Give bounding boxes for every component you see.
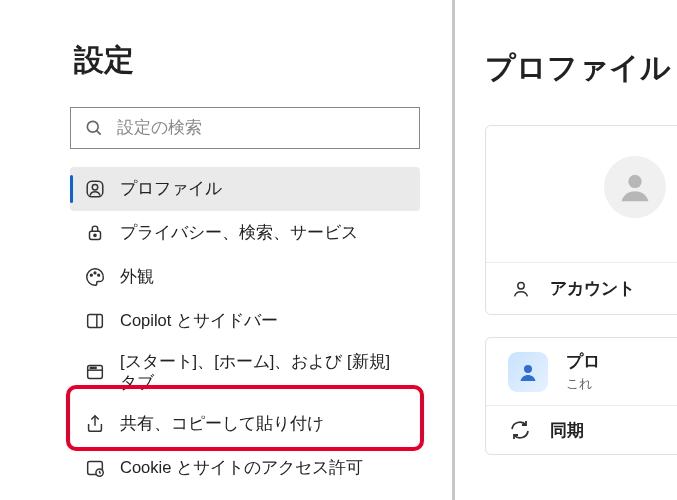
settings-nav: プロファイル プライバシー、検索、サービス 外観 — [70, 167, 420, 490]
sidebar-item-copilot-sidebar[interactable]: Copilot とサイドバー — [70, 299, 420, 343]
svg-point-6 — [90, 274, 92, 276]
sidebar-item-privacy[interactable]: プライバシー、検索、サービス — [70, 211, 420, 255]
profile-sub-card: プロ これ 同期 — [485, 337, 677, 455]
sidebar-item-label: 外観 — [120, 266, 154, 287]
svg-point-7 — [94, 272, 96, 274]
profile-card: アカウント — [485, 125, 677, 315]
sidebar-item-share-copy-paste[interactable]: 共有、コピーして貼り付け — [70, 402, 420, 446]
account-row[interactable]: アカウント — [486, 262, 677, 314]
card-row-title: 同期 — [550, 419, 584, 442]
cookie-icon — [84, 457, 106, 479]
svg-line-1 — [97, 131, 101, 135]
svg-point-18 — [628, 175, 641, 188]
search-input[interactable] — [117, 118, 407, 138]
sidebar-item-label: プロファイル — [120, 178, 222, 199]
sidebar-item-appearance[interactable]: 外観 — [70, 255, 420, 299]
svg-point-3 — [92, 184, 98, 190]
svg-point-14 — [92, 368, 93, 369]
sidebar-item-label: プライバシー、検索、サービス — [120, 222, 358, 243]
sidebar-item-label: 共有、コピーして貼り付け — [120, 413, 324, 434]
svg-point-19 — [518, 282, 524, 288]
card-row-sub: これ — [566, 375, 600, 393]
card-row-sync[interactable]: 同期 — [486, 406, 677, 454]
avatar — [604, 156, 666, 218]
settings-left-panel: 設定 プロファイル — [0, 0, 452, 500]
sync-icon — [508, 418, 532, 442]
settings-right-panel: プロファイル アカウント — [455, 0, 677, 500]
sidebar-item-start-home-newtab[interactable]: [スタート]、[ホーム]、および [新規] タブ — [70, 343, 420, 402]
sidebar-item-label: [スタート]、[ホーム]、および [新規] タブ — [120, 351, 406, 394]
card-row-title: プロ — [566, 350, 600, 373]
svg-point-0 — [87, 121, 98, 132]
sidebar-item-label: Copilot とサイドバー — [120, 310, 278, 331]
account-label: アカウント — [550, 277, 635, 300]
svg-point-20 — [524, 365, 532, 373]
sidebar-item-cookies-permissions[interactable]: Cookie とサイトのアクセス許可 — [70, 446, 420, 490]
settings-search-box[interactable] — [70, 107, 420, 149]
svg-point-5 — [94, 234, 96, 236]
svg-rect-9 — [88, 315, 103, 328]
svg-point-8 — [98, 274, 100, 276]
window-icon — [84, 361, 106, 383]
person-icon — [510, 278, 532, 300]
share-icon — [84, 413, 106, 435]
sidebar-icon — [84, 310, 106, 332]
user-badge-icon — [508, 352, 548, 392]
palette-icon — [84, 266, 106, 288]
sidebar-item-profile[interactable]: プロファイル — [70, 167, 420, 211]
profile-icon — [84, 178, 106, 200]
right-title: プロファイル — [485, 48, 677, 89]
svg-point-15 — [95, 368, 96, 369]
search-icon — [83, 117, 105, 139]
sidebar-item-label: Cookie とサイトのアクセス許可 — [120, 457, 363, 478]
svg-point-13 — [90, 368, 91, 369]
page-title: 設定 — [74, 40, 452, 81]
card-row-profile[interactable]: プロ これ — [486, 338, 677, 406]
lock-icon — [84, 222, 106, 244]
